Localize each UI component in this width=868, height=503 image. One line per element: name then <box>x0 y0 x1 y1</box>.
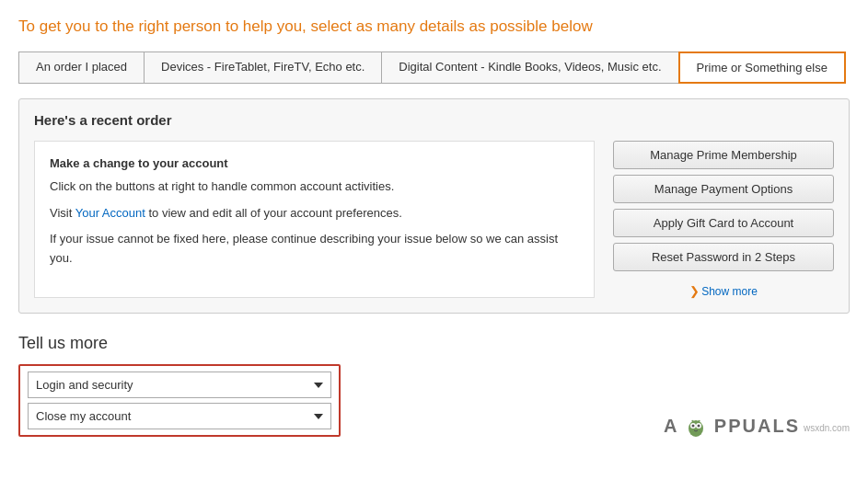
recent-order-title: Here's a recent order <box>34 112 834 128</box>
recent-order-section: Here's a recent order Make a change to y… <box>18 98 850 314</box>
page-heading: To get you to the right person to help y… <box>18 17 850 37</box>
sub-text: Click on the buttons at right to handle … <box>50 177 579 197</box>
apply-gift-card-button[interactable]: Apply Gift Card to Account <box>613 209 834 237</box>
left-content-panel: Make a change to your account Click on t… <box>34 141 595 298</box>
show-more-label: Show more <box>701 285 758 298</box>
watermark: A PPUALS wsxdn.com <box>664 416 850 439</box>
tell-us-more-title: Tell us more <box>18 334 850 353</box>
page-wrapper: To get you to the right person to help y… <box>0 0 868 446</box>
manage-payment-button[interactable]: Manage Payment Options <box>613 175 834 203</box>
show-more-link[interactable]: ❯Show more <box>689 285 758 298</box>
subtopic-dropdown-row: Close my account Change password Change … <box>28 403 331 429</box>
visit-text: Visit Your Account to view and edit all … <box>50 204 579 223</box>
your-account-link[interactable]: Your Account <box>75 206 145 220</box>
show-more-arrow-icon: ❯ <box>689 284 700 298</box>
tab-digital[interactable]: Digital Content - Kindle Books, Videos, … <box>381 51 678 84</box>
manage-prime-button[interactable]: Manage Prime Membership <box>613 141 834 169</box>
topic-dropdown[interactable]: Login and security Prime membership Paym… <box>28 372 331 398</box>
issue-text: If your issue cannot be fixed here, plea… <box>50 230 579 269</box>
make-change-title: Make a change to your account <box>50 154 579 174</box>
visit-prefix: Visit <box>50 206 75 220</box>
right-buttons-panel: Manage Prime Membership Manage Payment O… <box>613 141 834 298</box>
dropdowns-wrapper: Login and security Prime membership Paym… <box>18 364 341 437</box>
topic-dropdown-row: Login and security Prime membership Paym… <box>28 372 331 398</box>
watermark-logo: A PPUALS <box>664 416 800 439</box>
show-more-row: ❯Show more <box>613 284 834 298</box>
svg-point-0 <box>689 420 703 437</box>
svg-point-4 <box>698 425 700 428</box>
owl-icon <box>685 417 707 439</box>
visit-suffix: to view and edit all of your account pre… <box>145 206 402 220</box>
tab-devices[interactable]: Devices - FireTablet, FireTV, Echo etc. <box>144 51 382 84</box>
svg-point-3 <box>692 425 695 428</box>
watermark-domain: wsxdn.com <box>804 423 850 433</box>
recent-order-body: Make a change to your account Click on t… <box>34 141 834 298</box>
tab-order[interactable]: An order I placed <box>18 51 145 84</box>
reset-password-button[interactable]: Reset Password in 2 Steps <box>613 243 834 271</box>
tab-prime[interactable]: Prime or Something else <box>678 51 846 84</box>
tab-row: An order I placed Devices - FireTablet, … <box>18 51 850 84</box>
subtopic-dropdown[interactable]: Close my account Change password Change … <box>28 403 331 429</box>
